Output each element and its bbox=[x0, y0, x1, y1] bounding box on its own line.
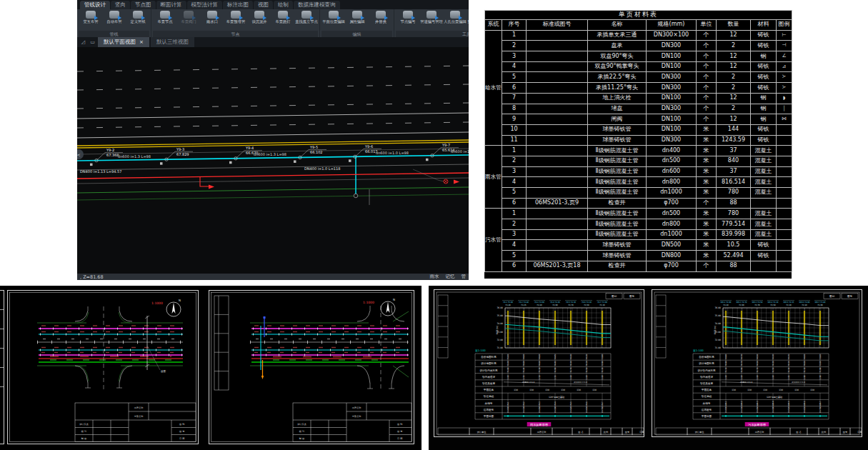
svg-text:0+130: 0+130 bbox=[741, 406, 743, 413]
cad-canvas-svg[interactable]: < Y9-267.368Y9-367.829Y9-466.670Y9-566.1… bbox=[77, 47, 469, 274]
table-cell: 混凝土 bbox=[751, 219, 777, 230]
table-cell: 米 bbox=[697, 219, 717, 230]
svg-text:dn800 i=1.0: dn800 i=1.0 bbox=[740, 381, 753, 384]
node-number-button[interactable]: 节点编号 bbox=[396, 11, 419, 24]
ribbon-tab-标注出图[interactable]: 标注出图 bbox=[223, 1, 253, 9]
button-label: 平面位置编辑 bbox=[322, 19, 345, 24]
view-tab-默认平面视图[interactable]: 默认平面视图× bbox=[98, 37, 149, 47]
svg-text:图 别: 图 别 bbox=[397, 423, 402, 426]
svg-text:DN400 i=1.13 L=94.57: DN400 i=1.13 L=94.57 bbox=[80, 169, 121, 174]
button-label: 设沉泥井 bbox=[251, 19, 266, 24]
place-valve-button[interactable]: 布置阀门 bbox=[176, 11, 200, 24]
status-toggle-雨水[interactable]: 雨水 bbox=[430, 274, 439, 280]
table-cell: 2 bbox=[502, 41, 527, 51]
ribbon-tab-断面计算[interactable]: 断面计算 bbox=[156, 1, 186, 9]
pipe-number-button[interactable]: 管道编号管理 bbox=[419, 11, 443, 24]
svg-text:74.70: 74.70 bbox=[741, 361, 743, 366]
table-cell: 米 bbox=[697, 156, 717, 166]
table-cell bbox=[751, 261, 777, 271]
drawing-canvas[interactable]: < Y9-267.368Y9-367.829Y9-466.670Y9-566.1… bbox=[77, 47, 469, 274]
ribbon-tab-视图[interactable]: 视图 bbox=[254, 1, 273, 9]
update-node-model-button[interactable]: 更新节点模型 bbox=[467, 11, 469, 24]
column-header: 规格(mm) bbox=[647, 20, 697, 31]
svg-text:67.368: 67.368 bbox=[106, 153, 119, 157]
svg-text:73.40: 73.40 bbox=[505, 304, 511, 306]
table-cell: DN300 bbox=[647, 41, 697, 51]
table-cell: 3 bbox=[502, 229, 527, 240]
view-tab-默认三维视图[interactable]: 默认三维视图 bbox=[151, 37, 194, 47]
layout-icon[interactable]: ▭ bbox=[89, 37, 96, 47]
svg-text:图 名: 图 名 bbox=[796, 431, 801, 434]
table-cell: 米 bbox=[697, 177, 717, 188]
ribbon-tab-绘制[interactable]: 绘制 bbox=[274, 1, 293, 9]
viewport-icon[interactable]: ◿ bbox=[79, 37, 87, 47]
interactive-layout-pipe-button[interactable]: 交互布管 bbox=[79, 11, 102, 24]
svg-text:72.30: 72.30 bbox=[788, 367, 790, 373]
svg-text:73.80: 73.80 bbox=[819, 354, 822, 360]
ribbon-tab-节点图[interactable]: 节点图 bbox=[131, 1, 156, 9]
table-cell: 2 bbox=[717, 41, 751, 51]
close-icon[interactable]: × bbox=[139, 39, 144, 45]
road-lane-lines bbox=[77, 66, 469, 200]
table-cell: 12 bbox=[717, 61, 751, 72]
svg-text:设计管内底标高: 设计管内底标高 bbox=[697, 369, 716, 372]
svg-text:Y9-5: Y9-5 bbox=[570, 401, 572, 406]
button-label: 自动布管 bbox=[106, 19, 121, 24]
auto-layout-pipe-button[interactable]: 自动布管 bbox=[102, 11, 126, 24]
ribbon-tab-管线设计[interactable]: 管线设计 bbox=[80, 1, 110, 9]
table-row: 2盘承DN300个2铸铁⊣ bbox=[485, 41, 792, 51]
table-cell: 混凝土 bbox=[751, 177, 777, 188]
svg-text:130: 130 bbox=[592, 389, 597, 391]
svg-text:图 别: 图 别 bbox=[179, 423, 184, 426]
svg-text:0+520: 0+520 bbox=[570, 406, 572, 413]
isolated-node-button[interactable]: 查找孤立节点 bbox=[294, 11, 318, 24]
table-cell: 铸铁 bbox=[751, 72, 777, 83]
place-embedded-pipe-button[interactable]: 布置预埋管 bbox=[224, 11, 247, 24]
table-cell: 铸铁 bbox=[751, 240, 777, 251]
status-toggle-记忆[interactable]: 记忆 bbox=[446, 274, 455, 280]
manhole-position-edit-button[interactable]: 人孔位置编辑 bbox=[443, 11, 467, 24]
rain-inlet-button[interactable]: 雨水口 bbox=[200, 11, 224, 24]
merge-replace-button[interactable]: 并替换 bbox=[369, 11, 392, 24]
ribbon-tab-数据库建模查询[interactable]: 数据库建模查询 bbox=[294, 1, 340, 9]
svg-text:74.70: 74.70 bbox=[741, 354, 743, 360]
table-cell: DN300 bbox=[647, 83, 697, 94]
table-cell: 4 bbox=[502, 61, 527, 72]
table-cell: 铸铁 bbox=[751, 251, 777, 261]
svg-text:74.15: 74.15 bbox=[788, 361, 790, 366]
table-cell: 球墨铸铁管 bbox=[588, 240, 647, 251]
svg-text:130: 130 bbox=[779, 389, 783, 391]
plan-position-edit-button[interactable]: 平面位置编辑 bbox=[321, 11, 345, 24]
svg-text:1.60: 1.60 bbox=[507, 375, 509, 379]
table-cell: 10.5 bbox=[717, 240, 751, 251]
svg-text:雨水纵断面图: 雨水纵断面图 bbox=[530, 423, 548, 426]
svg-text:73.00: 73.00 bbox=[497, 331, 503, 334]
svg-text:图号: 图号 bbox=[629, 295, 635, 298]
svg-text:校 对: 校 对 bbox=[299, 430, 305, 433]
place-node-button[interactable]: 布置节点 bbox=[153, 11, 176, 24]
pan-button[interactable]: < bbox=[77, 149, 84, 159]
sediment-well-button[interactable]: 设沉泥井 bbox=[247, 11, 271, 24]
view-tab-label: 默认平面视图 bbox=[104, 39, 136, 46]
table-cell: 个 bbox=[697, 104, 717, 114]
profile-sheet-1: 图别 图号 标高(m) 竖1:100 76.0075.0074.0073.007… bbox=[434, 289, 644, 437]
place-streetlamp-button[interactable]: 布置路灯 bbox=[271, 11, 294, 24]
ribbon-tab-竖向[interactable]: 竖向 bbox=[111, 1, 130, 9]
attribute-edit-button[interactable]: 属性编辑 bbox=[345, 11, 369, 24]
table-cell: 盘承 bbox=[588, 41, 647, 51]
table-cell: dn600 bbox=[647, 166, 697, 177]
table-cell bbox=[527, 135, 588, 146]
table-cell: 2 bbox=[717, 83, 751, 94]
svg-text:120°混凝土基础: 120°混凝土基础 bbox=[549, 396, 564, 399]
group-label: 管线 bbox=[79, 31, 149, 37]
svg-text:Y9-3: Y9-3 bbox=[176, 147, 184, 151]
svg-text:制 图: 制 图 bbox=[81, 437, 86, 440]
ribbon-tab-模型法计算[interactable]: 模型法计算 bbox=[187, 1, 223, 9]
status-toggle-管[interactable]: 管 bbox=[462, 274, 467, 280]
group-label: 工具 bbox=[396, 31, 469, 37]
svg-text:井编号: 井编号 bbox=[703, 402, 711, 405]
svg-text:图别: 图别 bbox=[612, 295, 617, 298]
svg-text:72.70: 72.70 bbox=[757, 367, 759, 373]
define-pipeline-button[interactable]: 定义管线 bbox=[126, 11, 149, 24]
table-cell: 2 bbox=[502, 156, 527, 166]
